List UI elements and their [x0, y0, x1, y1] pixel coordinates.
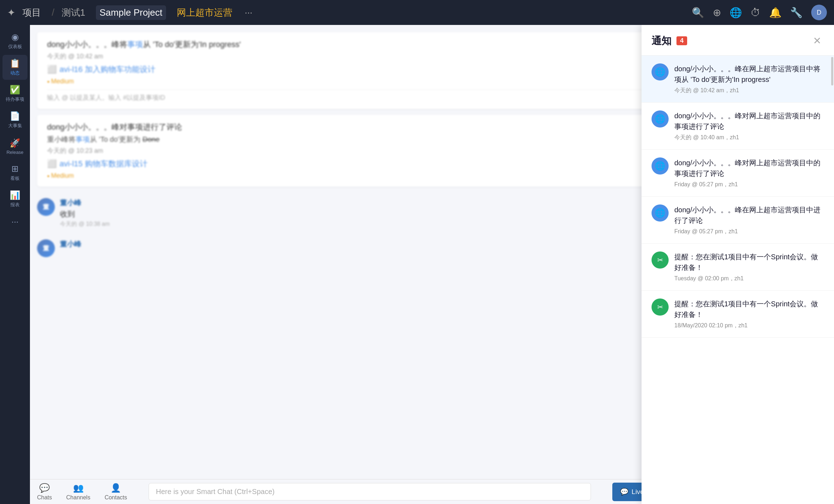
- release-icon: 🚀: [10, 138, 20, 148]
- bottom-tab-channels[interactable]: 👥 Channels: [66, 483, 91, 501]
- notif-content-6: 提醒：您在测试1项目中有一个Sprint会议。做好准备！ 18/May/2020…: [674, 298, 824, 329]
- bottom-tab-contacts[interactable]: 👤 Contacts: [104, 483, 127, 501]
- nav-tab-ceshi1[interactable]: 测试1: [58, 5, 89, 21]
- notification-title: 通知: [652, 34, 671, 48]
- sidebar-label-report: 报表: [10, 202, 20, 208]
- activity-icon: 📋: [10, 58, 20, 68]
- globe-icon[interactable]: 🌐: [730, 7, 742, 19]
- notification-badge: 4: [676, 36, 687, 45]
- tool-icon[interactable]: 🔧: [790, 7, 803, 19]
- user-avatar-2: 董: [37, 239, 55, 257]
- sidebar-item-dashboard[interactable]: ◉ 仪表板: [2, 28, 27, 53]
- kanban-icon: ⊞: [11, 164, 19, 174]
- notif-text-4: dong/小小小。。。峰在网上超市运营项目中进行了评论: [674, 204, 824, 226]
- notif-avatar-2: 🌐: [652, 110, 669, 128]
- chat-badge-1: Medium: [47, 78, 74, 85]
- notif-time-6: 18/May/2020 02:10 pm，zh1: [674, 322, 824, 329]
- issue-icon-1: ⬜: [47, 65, 57, 74]
- notif-time-2: 今天的 @ 10:40 am，zh1: [674, 134, 824, 141]
- milestone-icon: 📄: [10, 111, 20, 121]
- notification-list: 🌐 dong/小小小。。。峰在网上超市运营项目中将项从 'To do'更新为'I…: [642, 56, 834, 504]
- issue-label-1: avi-l16 加入购物车功能设计: [60, 64, 155, 75]
- sidebar-label-kanban: 看板: [10, 175, 20, 182]
- notif-content-2: dong/小小小。。。峰对网上超市运营项目中的事项进行了评论 今天的 @ 10:…: [674, 110, 824, 141]
- notification-item-6[interactable]: ✂ 提醒：您在测试1项目中有一个Sprint会议。做好准备！ 18/May/20…: [642, 291, 834, 338]
- todo-icon: ✅: [10, 85, 20, 95]
- sidebar-item-todo[interactable]: ✅ 待办事项: [2, 81, 27, 106]
- user-avatar[interactable]: D: [811, 5, 827, 20]
- issue-icon-2: ⬜: [47, 159, 57, 168]
- chat-smart-input[interactable]: Here is your Smart Chat (Ctrl+Space): [149, 483, 591, 500]
- notif-content-4: dong/小小小。。。峰在网上超市运营项目中进行了评论 Friday @ 05:…: [674, 204, 824, 235]
- top-nav: ✦ 项目 / 测试1 Sample Project 网上超市运营 ··· 🔍 ⊕…: [0, 0, 834, 25]
- notification-header: 通知 4 ✕: [642, 25, 834, 56]
- notification-panel: 通知 4 ✕ 🌐 dong/小小小。。。峰在网上超市运营项目中将项从 'To d…: [642, 25, 834, 504]
- sidebar-more-button[interactable]: ···: [11, 217, 19, 227]
- notif-avatar-4: 🌐: [652, 204, 669, 222]
- logo-icon: ✦: [7, 7, 15, 19]
- notif-avatar-3: 🌐: [652, 157, 669, 175]
- sidebar-item-release[interactable]: 🚀 Release: [2, 134, 27, 159]
- nav-tab-sample-project[interactable]: Sample Project: [96, 5, 166, 20]
- search-icon[interactable]: 🔍: [692, 7, 704, 19]
- chat-input-placeholder: Here is your Smart Chat (Ctrl+Space): [156, 488, 275, 496]
- notification-item-2[interactable]: 🌐 dong/小小小。。。峰对网上超市运营项目中的事项进行了评论 今天的 @ 1…: [642, 103, 834, 150]
- notification-item-1[interactable]: 🌐 dong/小小小。。。峰在网上超市运营项目中将项从 'To do'更新为'I…: [642, 56, 834, 103]
- channels-icon: 👥: [73, 483, 84, 493]
- notif-avatar-1: 🌐: [652, 63, 669, 80]
- chats-icon: 💬: [39, 483, 50, 493]
- notif-text-2: dong/小小小。。。峰对网上超市运营项目中的事项进行了评论: [674, 110, 824, 132]
- channels-label: Channels: [66, 494, 91, 501]
- notification-item-5[interactable]: ✂ 提醒：您在测试1项目中有一个Sprint会议。做好准备！ Tuesday @…: [642, 244, 834, 291]
- chats-label: Chats: [37, 494, 52, 501]
- notif-content-1: dong/小小小。。。峰在网上超市运营项目中将项从 'To do'更新为'In …: [674, 63, 824, 94]
- nav-title: 项目: [22, 6, 41, 19]
- sidebar-item-activity[interactable]: 📋 动态: [2, 55, 27, 80]
- notif-content-5: 提醒：您在测试1项目中有一个Sprint会议。做好准备！ Tuesday @ 0…: [674, 251, 824, 282]
- notification-item-3[interactable]: 🌐 dong/小小小。。。峰对网上超市运营项目中的事项进行了评论 Friday …: [642, 150, 834, 197]
- sidebar-item-report[interactable]: 📊 报表: [2, 187, 27, 212]
- notif-content-3: dong/小小小。。。峰对网上超市运营项目中的事项进行了评论 Friday @ …: [674, 157, 824, 188]
- main-content: dong小小小。。。峰将事项从 'To do'更新为'In progress' …: [30, 25, 834, 504]
- scrollbar-indicator: [831, 57, 833, 85]
- sidebar-label-todo: 待办事项: [6, 96, 24, 103]
- clock-icon[interactable]: ⏱: [751, 7, 761, 19]
- notif-time-1: 今天的 @ 10:42 am，zh1: [674, 87, 824, 94]
- notif-text-5: 提醒：您在测试1项目中有一个Sprint会议。做好准备！: [674, 251, 824, 273]
- bell-icon[interactable]: 🔔: [769, 7, 782, 19]
- notif-text-3: dong/小小小。。。峰对网上超市运营项目中的事项进行了评论: [674, 157, 824, 179]
- notification-item-4[interactable]: 🌐 dong/小小小。。。峰在网上超市运营项目中进行了评论 Friday @ 0…: [642, 197, 834, 244]
- sidebar-item-milestone[interactable]: 📄 大事集: [2, 108, 27, 133]
- notif-time-3: Friday @ 05:27 pm，zh1: [674, 181, 824, 188]
- left-sidebar: ◉ 仪表板 📋 动态 ✅ 待办事项 📄 大事集 🚀 Release ⊞ 看板 📊…: [0, 25, 30, 504]
- nav-right-actions: 🔍 ⊕ 🌐 ⏱ 🔔 🔧 D: [692, 5, 827, 20]
- chat-badge-2: Medium: [47, 172, 74, 180]
- notif-avatar-5: ✂: [652, 251, 669, 269]
- bottom-tab-chats[interactable]: 💬 Chats: [37, 483, 52, 501]
- contacts-icon: 👤: [110, 483, 121, 493]
- user-avatar-1: 董: [37, 198, 55, 216]
- sidebar-label-milestone: 大事集: [8, 123, 22, 129]
- notif-text-6: 提醒：您在测试1项目中有一个Sprint会议。做好准备！: [674, 298, 824, 320]
- sidebar-item-kanban[interactable]: ⊞ 看板: [2, 160, 27, 185]
- notif-time-5: Tuesday @ 02:00 pm，zh1: [674, 275, 824, 282]
- notif-avatar-6: ✂: [652, 298, 669, 316]
- report-icon: 📊: [10, 190, 20, 200]
- sidebar-label-dashboard: 仪表板: [8, 43, 22, 50]
- notif-time-4: Friday @ 05:27 pm，zh1: [674, 228, 824, 235]
- notification-close-button[interactable]: ✕: [810, 33, 824, 48]
- issue-label-2: avi-l15 购物车数据库设计: [60, 159, 148, 169]
- contacts-label: Contacts: [104, 494, 127, 501]
- nav-tab-wangshang[interactable]: 网上超市运营: [173, 5, 236, 21]
- sidebar-label-activity: 动态: [10, 70, 20, 76]
- sidebar-label-release: Release: [6, 150, 24, 155]
- add-icon[interactable]: ⊕: [713, 7, 721, 19]
- nav-more-button[interactable]: ···: [245, 7, 253, 18]
- dashboard-icon: ◉: [11, 32, 19, 42]
- notif-text-1: dong/小小小。。。峰在网上超市运营项目中将项从 'To do'更新为'In …: [674, 63, 824, 85]
- live-chat-icon: 💬: [620, 488, 629, 496]
- nav-divider: /: [52, 7, 55, 18]
